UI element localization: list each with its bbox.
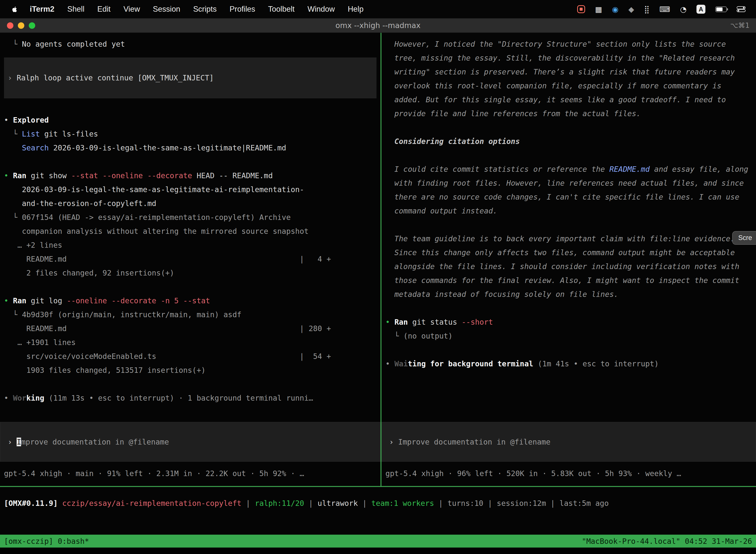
battery-icon[interactable]	[715, 6, 727, 12]
text-segment: •	[4, 116, 13, 124]
window-title-bar[interactable]: omx --xhigh --madmax ⌥⌘1	[0, 18, 756, 33]
text-segment: git show	[26, 171, 71, 180]
left-pane-buffer: └ No agents completed yet› Ralph loop ac…	[4, 37, 377, 422]
text-segment: king	[26, 394, 44, 402]
text-segment: README.md	[610, 165, 650, 173]
dots-grid-icon[interactable]: ⣿	[644, 5, 649, 14]
thinking-paragraph: However, I noticed the "Directory Struct…	[385, 37, 752, 121]
text-segment: |	[358, 499, 371, 508]
menu-scripts[interactable]: Scripts	[187, 5, 223, 14]
window-shortcut-badge: ⌥⌘1	[730, 21, 756, 30]
text-segment: … +1901 lines	[4, 338, 76, 347]
apple-logo-icon	[11, 5, 18, 13]
blank-line	[385, 218, 752, 232]
output-line: └ 067f154 (HEAD -> essay/ai-reimplementa…	[4, 211, 377, 224]
text-segment: 2 files changed, 92 insertions(+)	[4, 269, 174, 277]
tool-search-line: Search 2026-03-09-is-legal-the-same-as-l…	[4, 141, 377, 155]
text-segment: README.md | 280 +	[4, 324, 331, 333]
text-segment: Ran	[394, 318, 408, 326]
file-name-line: 2026-03-09-is-legal-the-same-as-legitima…	[4, 183, 377, 197]
prompt-chevron: ›	[8, 438, 17, 446]
apple-menu[interactable]	[6, 5, 23, 13]
menu-window[interactable]: Window	[301, 5, 341, 14]
text-segment: └ 067f154 (HEAD -> essay/ai-reimplementa…	[4, 213, 291, 222]
prompt-chevron: ›	[389, 438, 398, 446]
text-segment: [OMX#0.11.9]	[4, 499, 58, 508]
blank-line	[385, 301, 752, 315]
text-segment: I could cite commit statistics or refere…	[394, 165, 610, 173]
tmux-status-bar: [omx-cczip] 0:bash* "MacBook-Pro-44.loca…	[0, 535, 756, 548]
gauge-icon[interactable]: ◔	[680, 5, 687, 14]
text-segment: Wor	[13, 394, 26, 402]
left-prompt-input[interactable]: › Improve documentation in @filename	[0, 422, 380, 462]
text-segment: |	[241, 499, 255, 508]
text-segment: git ls-files	[40, 129, 98, 138]
menu-edit[interactable]: Edit	[91, 5, 117, 14]
explored-line: • Explored	[4, 113, 377, 127]
text-segment	[58, 499, 62, 508]
output-line: … +1901 lines	[4, 336, 377, 349]
menu-help[interactable]: Help	[341, 5, 370, 14]
text-segment: turns:10	[447, 499, 484, 508]
output-line: 1903 files changed, 513517 insertions(+)	[4, 364, 377, 377]
tool-list-line: └ List git ls-files	[4, 127, 377, 141]
output-line: … +2 lines	[4, 238, 377, 252]
keyboard-icon[interactable]: ⌨	[659, 5, 670, 14]
blank-line	[385, 343, 752, 357]
text-segment: └	[4, 129, 22, 138]
menu-iterm2[interactable]: iTerm2	[23, 5, 61, 14]
output-line: companion analysis without altering the …	[4, 224, 377, 238]
notification-popup[interactable]: Scre	[732, 231, 756, 245]
minimize-button[interactable]	[18, 22, 24, 29]
grid-window-icon[interactable]: ▦	[595, 5, 602, 14]
window-title: omx --xhigh --madmax	[0, 21, 756, 30]
ran-git-show-line: • Ran git show --stat --oneline --decora…	[4, 169, 377, 183]
tmux-host-clock: "MacBook-Pro-44.local" 04:52 31-Mar-26	[582, 537, 752, 546]
thinking-heading: Considering citation options	[385, 134, 752, 149]
control-center-toggles	[737, 6, 746, 12]
dark-app-icon[interactable]: ◆	[628, 5, 634, 14]
menu-shell[interactable]: Shell	[61, 5, 91, 14]
left-status-line: gpt-5.4 xhigh · main · 91% left · 2.31M …	[4, 466, 377, 481]
text-segment: •	[4, 394, 13, 402]
thinking-paragraph: I could cite commit statistics or refere…	[385, 162, 752, 218]
file-name-line: and-the-erosion-of-copyleft.md	[4, 197, 377, 211]
text-segment: Ralph loop active continue [OMX_TMUX_INJ…	[17, 71, 214, 85]
text-cursor: I	[17, 438, 21, 446]
output-line: └ (no output)	[385, 329, 752, 343]
output-line: 2 files changed, 92 insertions(+)	[4, 266, 377, 280]
text-segment: and-the-erosion-of-copyleft.md	[4, 199, 156, 208]
text-segment: … +2 lines	[4, 241, 62, 250]
text-segment: 2026-03-09-is-legal-the-same-as-legitima…	[49, 144, 286, 152]
right-prompt-input[interactable]: › Improve documentation in @filename	[381, 422, 756, 462]
control-center-icon[interactable]	[737, 6, 746, 12]
text-segment: --oneline --decorate -n 5 --stat	[67, 296, 210, 305]
blank-line	[4, 377, 377, 391]
zoom-button[interactable]	[29, 22, 35, 29]
menu-session[interactable]: Session	[146, 5, 187, 14]
text-segment: |	[484, 499, 497, 508]
input-source-icon[interactable]: A	[696, 5, 705, 14]
battery-fill	[716, 7, 722, 11]
menu-view[interactable]: View	[117, 5, 146, 14]
text-segment: └ 4b9d30f (origin/main, instructkr/main,…	[4, 310, 241, 319]
text-segment: HEAD -- README.md	[192, 171, 273, 180]
text-segment: (1m 41s • esc to interrupt)	[533, 359, 659, 368]
text-segment: Ran	[13, 296, 26, 305]
right-terminal-pane[interactable]: However, I noticed the "Directory Struct…	[381, 33, 756, 486]
omx-status-line: [OMX#0.11.9] cczip/essay/ai-reimplementa…	[4, 496, 752, 510]
left-terminal-pane[interactable]: └ No agents completed yet› Ralph loop ac…	[0, 33, 380, 486]
screen-recording-icon[interactable]	[577, 5, 585, 13]
text-segment: companion analysis without altering the …	[4, 227, 309, 235]
text-segment: last:5m ago	[560, 499, 609, 508]
menu-toolbelt[interactable]: Toolbelt	[262, 5, 301, 14]
menu-profiles[interactable]: Profiles	[223, 5, 261, 14]
waiting-status-line: • Waiting for background terminal (1m 41…	[385, 357, 752, 371]
tmux-session-window[interactable]: [omx-cczip] 0:bash*	[4, 537, 89, 546]
close-button[interactable]	[7, 22, 13, 29]
text-segment: •	[4, 296, 13, 305]
omx-status-strip: [OMX#0.11.9] cczip/essay/ai-reimplementa…	[0, 487, 756, 535]
blue-app-icon[interactable]: ◉	[612, 5, 618, 14]
text-segment: |	[304, 499, 317, 508]
text-segment: Search	[22, 144, 49, 152]
